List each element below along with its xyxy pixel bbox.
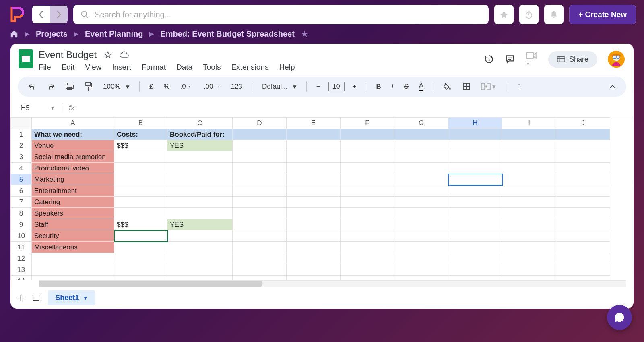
cell[interactable] xyxy=(287,140,341,151)
search-box[interactable] xyxy=(73,5,489,24)
cell[interactable] xyxy=(287,185,341,197)
cell[interactable] xyxy=(341,151,394,163)
sheets-app-icon[interactable] xyxy=(19,49,33,68)
cell[interactable] xyxy=(394,253,448,264)
cell[interactable] xyxy=(502,253,556,264)
star-outline-icon[interactable] xyxy=(104,51,112,59)
cell[interactable] xyxy=(167,185,233,197)
cell[interactable] xyxy=(556,208,610,219)
cell[interactable] xyxy=(167,242,233,253)
column-header[interactable]: E xyxy=(287,118,341,129)
cell[interactable] xyxy=(448,129,502,140)
name-box[interactable]: H5▼ xyxy=(18,102,58,114)
cell[interactable] xyxy=(167,174,233,185)
row-header[interactable]: 4 xyxy=(11,163,32,174)
cell[interactable] xyxy=(448,276,502,281)
cell[interactable] xyxy=(114,174,167,185)
cell[interactable] xyxy=(556,163,610,174)
cell[interactable] xyxy=(341,253,394,264)
document-title[interactable]: Event Budget xyxy=(39,49,97,60)
cell[interactable] xyxy=(556,129,610,140)
cell[interactable] xyxy=(394,242,448,253)
cell[interactable] xyxy=(448,253,502,264)
cell[interactable] xyxy=(233,208,287,219)
cell[interactable]: $$$ xyxy=(114,140,167,151)
redo-button[interactable] xyxy=(44,81,57,92)
cell[interactable] xyxy=(114,197,167,208)
timer-button[interactable] xyxy=(519,5,539,24)
fill-color-button[interactable] xyxy=(441,81,454,92)
cell[interactable] xyxy=(502,230,556,242)
cell[interactable] xyxy=(502,151,556,163)
cell[interactable]: Marketing xyxy=(32,174,114,185)
cell[interactable] xyxy=(233,276,287,281)
cell[interactable] xyxy=(556,151,610,163)
cell[interactable] xyxy=(341,264,394,276)
cell[interactable] xyxy=(341,163,394,174)
row-header[interactable]: 13 xyxy=(11,264,32,276)
create-new-button[interactable]: + Create New xyxy=(569,5,636,24)
cell[interactable]: Entertainment xyxy=(32,185,114,197)
add-sheet-button[interactable]: + xyxy=(18,292,24,304)
cell[interactable] xyxy=(394,219,448,230)
history-icon[interactable] xyxy=(484,54,494,64)
more-formats-button[interactable]: 123 xyxy=(229,81,245,92)
cell[interactable] xyxy=(556,253,610,264)
cell[interactable] xyxy=(502,129,556,140)
row-header[interactable]: 14 xyxy=(11,276,32,281)
cell[interactable] xyxy=(394,129,448,140)
cell[interactable] xyxy=(114,185,167,197)
column-header[interactable]: C xyxy=(167,118,233,129)
column-header[interactable]: B xyxy=(114,118,167,129)
cell[interactable]: Venue xyxy=(32,140,114,151)
cell[interactable]: Costs: xyxy=(114,129,167,140)
column-header[interactable]: A xyxy=(32,118,114,129)
cell[interactable] xyxy=(394,230,448,242)
cloud-icon[interactable] xyxy=(119,51,129,59)
row-header[interactable]: 8 xyxy=(11,208,32,219)
notifications-button[interactable] xyxy=(544,5,564,24)
cell[interactable] xyxy=(341,219,394,230)
cell[interactable] xyxy=(556,185,610,197)
cell[interactable] xyxy=(167,253,233,264)
menu-file[interactable]: File xyxy=(39,63,51,72)
cell[interactable] xyxy=(233,219,287,230)
bold-button[interactable]: B xyxy=(374,81,383,92)
cell[interactable] xyxy=(394,264,448,276)
cell[interactable] xyxy=(287,230,341,242)
cell[interactable] xyxy=(502,185,556,197)
cell[interactable] xyxy=(287,174,341,185)
more-toolbar-button[interactable]: ⋮ xyxy=(513,81,525,93)
cell[interactable] xyxy=(287,219,341,230)
cell[interactable] xyxy=(114,264,167,276)
cell[interactable] xyxy=(502,276,556,281)
cell[interactable] xyxy=(287,208,341,219)
cell[interactable] xyxy=(394,185,448,197)
zoom-select[interactable]: 100% ▾ xyxy=(101,81,132,93)
cell[interactable] xyxy=(287,151,341,163)
cell[interactable] xyxy=(502,174,556,185)
text-color-button[interactable]: A xyxy=(417,80,426,93)
cell[interactable] xyxy=(341,129,394,140)
account-avatar[interactable] xyxy=(608,51,625,68)
row-header[interactable]: 12 xyxy=(11,253,32,264)
cell[interactable] xyxy=(556,264,610,276)
paint-format-button[interactable] xyxy=(82,81,95,93)
menu-insert[interactable]: Insert xyxy=(112,63,131,72)
favorite-button[interactable] xyxy=(494,5,514,24)
cell[interactable] xyxy=(341,230,394,242)
cell[interactable] xyxy=(341,140,394,151)
cell[interactable] xyxy=(167,197,233,208)
cell[interactable] xyxy=(341,185,394,197)
cell[interactable] xyxy=(114,253,167,264)
all-sheets-button[interactable] xyxy=(32,295,40,301)
column-header[interactable]: F xyxy=(341,118,394,129)
breadcrumb-item[interactable]: Event Planning xyxy=(85,29,143,39)
increase-decimal-button[interactable]: .00→ xyxy=(201,81,223,92)
menu-tools[interactable]: Tools xyxy=(203,63,221,72)
cell[interactable] xyxy=(448,185,502,197)
row-header[interactable]: 9 xyxy=(11,219,32,230)
cell[interactable] xyxy=(394,197,448,208)
cell[interactable] xyxy=(114,230,167,242)
cell[interactable] xyxy=(448,151,502,163)
